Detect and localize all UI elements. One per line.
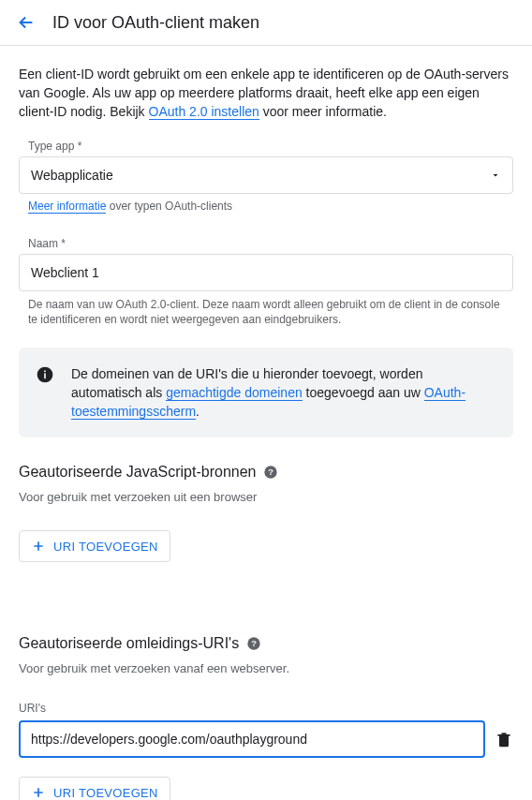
info-text: De domeinen van de URI's die u hieronder… <box>71 364 496 421</box>
name-hint: De naam van uw OAuth 2.0-client. Deze na… <box>19 297 513 327</box>
plus-icon <box>31 785 46 800</box>
svg-rect-2 <box>44 370 46 372</box>
svg-rect-1 <box>44 373 46 378</box>
svg-text:?: ? <box>269 467 274 477</box>
app-type-value: Webapplicatie <box>31 168 490 183</box>
add-redirect-uri-label: URI TOEVOEGEN <box>53 786 158 800</box>
app-type-label: Type app * <box>19 140 513 153</box>
info-mid: toegevoegd aan uw <box>303 385 424 400</box>
authorized-domains-link[interactable]: gemachtigde domeinen <box>166 385 303 401</box>
domain-info-box: De domeinen van de URI's die u hieronder… <box>19 348 513 437</box>
app-type-field: Type app * Webapplicatie Meer informatie… <box>19 140 513 213</box>
name-input[interactable] <box>19 254 513 291</box>
redirect-desc: Voor gebruik met verzoeken vanaf een web… <box>19 661 513 675</box>
add-redirect-uri-button[interactable]: URI TOEVOEGEN <box>19 777 170 800</box>
back-button[interactable] <box>15 11 37 34</box>
more-info-link[interactable]: Meer informatie <box>28 200 106 214</box>
name-label: Naam * <box>19 237 513 250</box>
content: Een client-ID wordt gebruikt om een enke… <box>0 46 532 800</box>
oauth-setup-link[interactable]: OAuth 2.0 instellen <box>149 104 259 120</box>
page-header: ID voor OAuth-client maken <box>0 0 532 46</box>
add-js-uri-label: URI TOEVOEGEN <box>53 540 158 554</box>
redirect-section: Geautoriseerde omleidings-URI's ? Voor g… <box>19 635 513 800</box>
uris-label: URI's <box>19 702 513 715</box>
info-after: . <box>196 404 200 419</box>
page-title: ID voor OAuth-client maken <box>52 13 259 33</box>
name-field: Naam * De naam van uw OAuth 2.0-client. … <box>19 237 513 327</box>
js-origins-title: Geautoriseerde JavaScript-bronnen <box>19 464 256 481</box>
app-type-help: Meer informatie over typen OAuth-clients <box>19 200 513 213</box>
help-icon[interactable]: ? <box>246 636 261 651</box>
js-origins-title-row: Geautoriseerde JavaScript-bronnen ? <box>19 464 513 481</box>
app-type-select[interactable]: Webapplicatie <box>19 156 513 194</box>
intro-text: Een client-ID wordt gebruikt om een enke… <box>19 65 513 121</box>
js-origins-desc: Voor gebruik met verzoeken uit een brows… <box>19 490 513 504</box>
redirect-title: Geautoriseerde omleidings-URI's <box>19 635 239 652</box>
chevron-down-icon <box>490 170 501 181</box>
info-icon <box>36 365 54 384</box>
add-js-uri-button[interactable]: URI TOEVOEGEN <box>19 530 170 562</box>
delete-icon[interactable] <box>495 730 513 748</box>
help-icon[interactable]: ? <box>263 465 278 480</box>
uri-row <box>19 720 513 758</box>
arrow-left-icon <box>16 12 37 33</box>
plus-icon <box>31 539 46 554</box>
redirect-title-row: Geautoriseerde omleidings-URI's ? <box>19 635 513 652</box>
uri-input[interactable] <box>19 720 485 758</box>
intro-after: voor meer informatie. <box>259 104 387 119</box>
app-type-help-after: over typen OAuth-clients <box>106 200 232 213</box>
svg-text:?: ? <box>251 639 257 648</box>
js-origins-section: Geautoriseerde JavaScript-bronnen ? Voor… <box>19 464 513 562</box>
